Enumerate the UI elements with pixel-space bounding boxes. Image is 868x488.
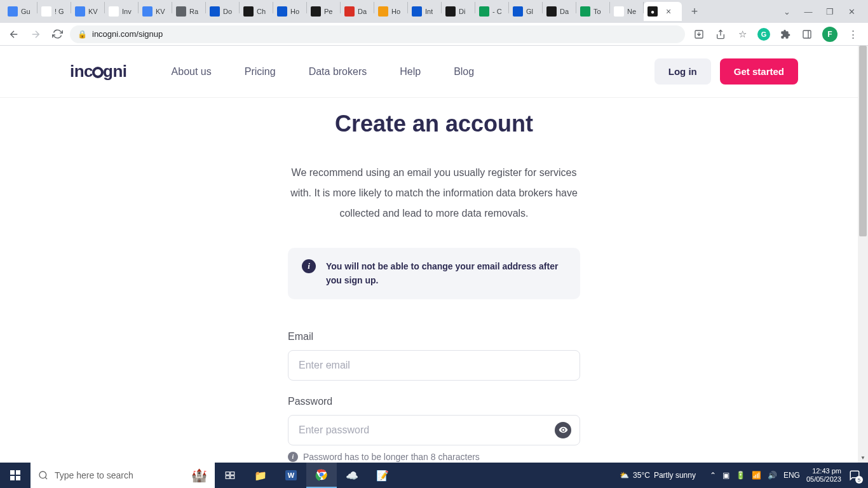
password-hint: i Password has to be longer than 8 chara… bbox=[288, 452, 580, 462]
browser-tab[interactable]: Pe bbox=[307, 2, 340, 21]
tab-favicon bbox=[41, 6, 51, 17]
logo[interactable]: incgni bbox=[70, 62, 127, 81]
wifi-icon[interactable]: 📶 bbox=[752, 471, 761, 480]
browser-tab[interactable]: Inv bbox=[105, 2, 138, 21]
back-button[interactable] bbox=[5, 25, 23, 43]
browser-tab[interactable]: Gl bbox=[509, 2, 542, 21]
browser-tab[interactable]: ! G bbox=[37, 2, 71, 21]
nav-link[interactable]: About us bbox=[172, 66, 212, 78]
tab-title: Ne bbox=[627, 8, 636, 15]
info-box: i You will not be able to change your em… bbox=[288, 248, 580, 299]
browser-tab-strip: Gu! GKVInvKVRaDoChHoPeDaHoIntDi- CGlDaTo… bbox=[0, 0, 868, 23]
close-icon[interactable]: × bbox=[664, 7, 673, 16]
forward-button[interactable] bbox=[27, 25, 44, 43]
reload-button[interactable] bbox=[48, 25, 66, 43]
browser-tab[interactable]: Int bbox=[408, 2, 441, 21]
maximize-icon[interactable]: ❐ bbox=[825, 6, 835, 17]
grammarly-icon[interactable]: G bbox=[757, 28, 770, 41]
password-visibility-toggle[interactable] bbox=[555, 422, 571, 438]
tab-favicon bbox=[8, 6, 18, 17]
tab-favicon bbox=[277, 6, 287, 17]
info-icon: i bbox=[288, 452, 298, 462]
search-deco-icon: 🏰 bbox=[191, 468, 207, 483]
browser-tab[interactable]: - C bbox=[475, 2, 508, 21]
browser-tab[interactable]: Di bbox=[442, 2, 475, 21]
close-window-icon[interactable]: ✕ bbox=[846, 6, 857, 17]
page-title: Create an account bbox=[288, 111, 580, 137]
browser-tab[interactable]: To bbox=[576, 2, 609, 21]
get-started-button[interactable]: Get started bbox=[720, 58, 798, 85]
url-input[interactable]: 🔒 incogni.com/signup bbox=[70, 25, 685, 43]
scrollbar-down-arrow[interactable]: ▼ bbox=[858, 452, 868, 463]
browser-tab[interactable]: KV bbox=[71, 2, 104, 21]
language-indicator[interactable]: ENG bbox=[783, 471, 800, 480]
tab-title: Ch bbox=[257, 8, 266, 15]
chrome-app[interactable] bbox=[306, 463, 337, 488]
extensions-icon[interactable] bbox=[779, 28, 792, 41]
browser-tab[interactable]: KV bbox=[139, 2, 172, 21]
minimize-icon[interactable]: — bbox=[803, 6, 813, 17]
email-input[interactable] bbox=[288, 350, 580, 381]
browser-tab[interactable]: Ho bbox=[273, 2, 306, 21]
browser-tab-active[interactable]: ● × bbox=[644, 2, 682, 21]
nav-link[interactable]: Help bbox=[400, 66, 421, 78]
tab-title: KV bbox=[88, 8, 98, 15]
tab-favicon bbox=[479, 6, 489, 17]
tab-favicon bbox=[412, 6, 422, 17]
tab-favicon bbox=[176, 6, 186, 17]
nav-link[interactable]: Data brokers bbox=[309, 66, 367, 78]
site-header: incgni About usPricingData brokersHelpBl… bbox=[0, 46, 868, 98]
share-icon[interactable] bbox=[714, 28, 727, 41]
password-input[interactable] bbox=[288, 415, 580, 445]
nav-link[interactable]: Blog bbox=[454, 66, 474, 78]
svg-rect-1 bbox=[803, 30, 811, 38]
address-bar: 🔒 incogni.com/signup ☆ G F ⋮ bbox=[0, 23, 868, 46]
tray-expand-icon[interactable]: ⌃ bbox=[710, 471, 716, 480]
clock[interactable]: 12:43 pm 05/05/2023 bbox=[806, 467, 841, 484]
notifications-button[interactable]: 5 bbox=[848, 468, 862, 482]
weather-widget[interactable]: ⛅ 35°C Partly sunny bbox=[620, 471, 696, 480]
file-explorer-app[interactable]: 📁 bbox=[245, 463, 276, 488]
chevron-down-icon[interactable]: ⌄ bbox=[782, 6, 792, 17]
browser-tab[interactable]: Gu bbox=[4, 2, 37, 21]
scrollbar-thumb[interactable] bbox=[859, 46, 867, 236]
bookmark-icon[interactable]: ☆ bbox=[736, 28, 749, 41]
battery-icon[interactable]: 🔋 bbox=[736, 471, 745, 480]
tab-title: Gl bbox=[526, 8, 533, 15]
sidepanel-icon[interactable] bbox=[801, 28, 813, 41]
tab-favicon: ● bbox=[648, 6, 658, 17]
install-icon[interactable] bbox=[693, 28, 705, 41]
login-button[interactable]: Log in bbox=[654, 58, 711, 85]
info-icon: i bbox=[302, 259, 316, 273]
tab-favicon bbox=[243, 6, 254, 17]
browser-tab[interactable]: Do bbox=[206, 2, 239, 21]
url-text: incogni.com/signup bbox=[92, 29, 163, 39]
nav-link[interactable]: Pricing bbox=[245, 66, 276, 78]
taskbar-search[interactable]: Type here to search 🏰 bbox=[31, 463, 215, 488]
word-app[interactable]: W bbox=[276, 463, 306, 488]
browser-tab[interactable]: Ra bbox=[172, 2, 205, 21]
profile-avatar[interactable]: F bbox=[822, 27, 837, 42]
browser-tab[interactable]: Ne bbox=[610, 2, 643, 21]
browser-tab[interactable]: Ho bbox=[374, 2, 407, 21]
onedrive-tray-icon[interactable]: ▣ bbox=[722, 471, 729, 480]
tab-title: Ho bbox=[290, 8, 299, 15]
email-label: Email bbox=[288, 331, 580, 342]
lock-icon: 🔒 bbox=[78, 30, 87, 39]
menu-icon[interactable]: ⋮ bbox=[846, 28, 859, 41]
notes-app[interactable]: 📝 bbox=[367, 463, 398, 488]
onedrive-app[interactable]: ☁️ bbox=[337, 463, 367, 488]
volume-icon[interactable]: 🔊 bbox=[768, 471, 777, 480]
tab-title: KV bbox=[156, 8, 165, 15]
tab-title: Da bbox=[358, 8, 367, 15]
scrollbar[interactable]: ▲ ▼ bbox=[858, 46, 868, 463]
browser-tab[interactable]: Ch bbox=[240, 2, 273, 21]
start-button[interactable] bbox=[0, 463, 31, 488]
browser-tab[interactable]: Da bbox=[543, 2, 576, 21]
browser-tab[interactable]: Da bbox=[341, 2, 374, 21]
task-view-button[interactable] bbox=[215, 463, 245, 488]
tab-favicon bbox=[614, 6, 624, 17]
new-tab-button[interactable]: + bbox=[686, 3, 703, 20]
taskbar: Type here to search 🏰 📁 W ☁️ 📝 ⛅ 35°C Pa… bbox=[0, 463, 868, 488]
tab-title: To bbox=[593, 8, 601, 15]
